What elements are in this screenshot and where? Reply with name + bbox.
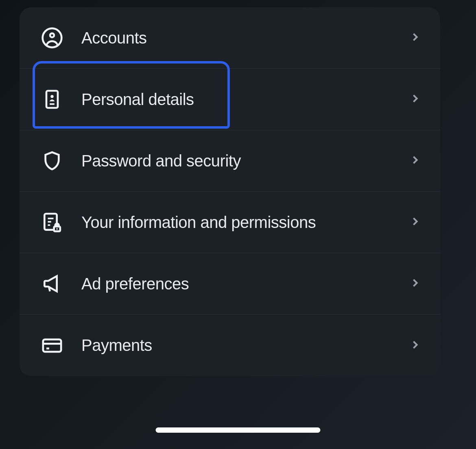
document-lock-icon — [40, 210, 64, 234]
settings-row-label: Your information and permissions — [81, 213, 409, 232]
chevron-right-icon — [409, 93, 421, 106]
svg-rect-2 — [46, 91, 58, 108]
shield-icon — [40, 149, 64, 173]
settings-row-info-permissions[interactable]: Your information and permissions — [20, 192, 440, 253]
user-circle-icon — [40, 26, 64, 50]
settings-row-accounts[interactable]: Accounts — [20, 7, 440, 69]
settings-list: Accounts Personal details Password and s… — [20, 7, 440, 376]
id-card-icon — [40, 87, 64, 112]
settings-row-payments[interactable]: Payments — [20, 315, 440, 376]
chevron-right-icon — [409, 31, 421, 44]
home-indicator[interactable] — [156, 427, 321, 433]
svg-point-1 — [50, 33, 54, 37]
settings-row-ad-preferences[interactable]: Ad preferences — [20, 253, 440, 315]
svg-rect-11 — [43, 339, 61, 351]
settings-row-label: Payments — [81, 336, 409, 355]
settings-row-label: Accounts — [81, 29, 409, 47]
chevron-right-icon — [409, 216, 421, 229]
settings-row-password-security[interactable]: Password and security — [20, 130, 440, 192]
svg-point-10 — [56, 228, 58, 230]
settings-row-label: Password and security — [81, 152, 409, 170]
megaphone-icon — [40, 272, 64, 296]
chevron-right-icon — [409, 339, 421, 352]
settings-row-label: Personal details — [81, 90, 409, 109]
chevron-right-icon — [409, 277, 421, 290]
chevron-right-icon — [409, 154, 421, 167]
settings-row-label: Ad preferences — [81, 275, 409, 293]
svg-point-3 — [50, 95, 53, 98]
credit-card-icon — [40, 333, 64, 358]
settings-row-personal-details[interactable]: Personal details — [20, 69, 440, 130]
